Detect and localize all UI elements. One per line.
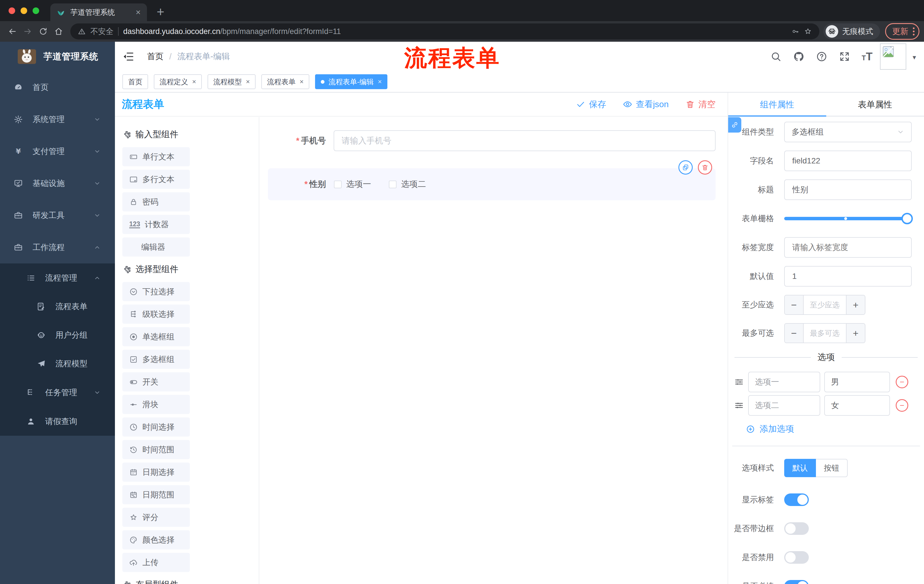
sidebar-item-流程管理[interactable]: 流程管理 xyxy=(0,263,115,292)
tags-view-tab-流程定义[interactable]: 流程定义× xyxy=(154,74,202,89)
fullscreen-icon[interactable] xyxy=(839,51,850,62)
sidebar-item-首页[interactable]: 首页 xyxy=(0,71,115,104)
sidebar-item-流程模型[interactable]: 流程模型 xyxy=(0,349,115,378)
stepper-decrease-button[interactable]: − xyxy=(785,324,804,342)
field-name-input[interactable] xyxy=(784,151,912,171)
component-item-上传[interactable]: 上传 xyxy=(122,553,190,572)
home-button[interactable] xyxy=(51,24,66,39)
drag-handle-icon[interactable] xyxy=(734,400,744,411)
sidebar-item-工作流程[interactable]: 工作流程 xyxy=(0,232,115,263)
stepper-decrease-button[interactable]: − xyxy=(785,295,804,314)
checkbox-option-1[interactable] xyxy=(334,181,342,188)
drag-handle-icon[interactable] xyxy=(734,377,744,387)
add-option-button[interactable]: 添加选项 xyxy=(746,423,924,435)
tab-component-props[interactable]: 组件属性 xyxy=(728,92,826,117)
toggle-switch-显示标签[interactable] xyxy=(784,494,809,506)
component-type-select[interactable]: 多选框组 xyxy=(784,122,912,142)
toggle-switch-是否带边框[interactable] xyxy=(784,522,809,535)
tab-close-icon[interactable]: × xyxy=(135,8,141,16)
avatar-caret-icon[interactable]: ▼ xyxy=(911,54,917,61)
remove-option-button[interactable] xyxy=(896,376,908,388)
link-tag-button[interactable] xyxy=(728,117,741,133)
label-width-input[interactable] xyxy=(784,237,912,258)
component-item-评分[interactable]: 评分 xyxy=(122,508,190,527)
forward-button[interactable] xyxy=(20,24,35,39)
style-button-button[interactable]: 按钮 xyxy=(816,459,848,477)
title-input[interactable] xyxy=(784,179,912,200)
back-button[interactable] xyxy=(5,24,20,39)
breadcrumb-home[interactable]: 首页 xyxy=(147,51,163,62)
sidebar-item-研发工具[interactable]: 研发工具 xyxy=(0,199,115,232)
sidebar-item-流程表单[interactable]: 流程表单 xyxy=(0,292,115,321)
sidebar-item-基础设施[interactable]: 基础设施 xyxy=(0,168,115,199)
stepper-increase-button[interactable]: + xyxy=(846,324,865,342)
reload-button[interactable] xyxy=(35,24,51,39)
option-value-input[interactable] xyxy=(824,395,890,416)
sidebar-item-用户分组[interactable]: 用户分组 xyxy=(0,321,115,349)
avatar[interactable] xyxy=(880,43,906,70)
component-item-下拉选择[interactable]: 下拉选择 xyxy=(122,282,190,301)
sidebar-item-任务管理[interactable]: 任务管理 xyxy=(0,378,115,407)
component-item-时间选择[interactable]: 时间选择 xyxy=(122,418,190,437)
password-key-icon[interactable] xyxy=(791,28,799,35)
tags-view-tab-首页[interactable]: 首页 xyxy=(122,74,148,89)
default-value-input[interactable] xyxy=(784,266,912,286)
browser-tab[interactable]: 芋道管理系统 × xyxy=(50,3,147,21)
component-item-单行文本[interactable]: 单行文本 xyxy=(122,147,190,166)
component-item-密码[interactable]: 密码 xyxy=(122,192,190,211)
close-window-button[interactable] xyxy=(8,7,15,14)
sidebar-item-请假查询[interactable]: 请假查询 xyxy=(0,407,115,436)
new-tab-button[interactable]: + xyxy=(157,4,164,20)
canvas-field-phone[interactable]: *手机号 请输入手机号 xyxy=(260,130,716,151)
sidebar-logo[interactable]: 芋道管理系统 xyxy=(0,42,115,71)
tab-form-props[interactable]: 表单属性 xyxy=(826,92,924,117)
sidebar-item-系统管理[interactable]: 系统管理 xyxy=(0,104,115,135)
option-value-input[interactable] xyxy=(824,372,890,392)
view-json-button[interactable]: 查看json xyxy=(623,99,669,110)
slider-handle[interactable] xyxy=(901,213,913,224)
toggle-switch-是否禁用[interactable] xyxy=(784,551,809,564)
minimize-window-button[interactable] xyxy=(21,7,27,14)
component-item-计数器[interactable]: 123计数器 xyxy=(122,215,190,234)
phone-input[interactable]: 请输入手机号 xyxy=(333,130,716,151)
sidebar-collapse-icon[interactable] xyxy=(122,51,134,63)
tab-close-icon[interactable]: × xyxy=(300,78,304,86)
copy-component-button[interactable] xyxy=(678,160,693,174)
component-item-颜色选择[interactable]: 颜色选择 xyxy=(122,530,190,549)
stepper-value[interactable]: 至少应选 xyxy=(804,295,846,314)
component-item-开关[interactable]: 开关 xyxy=(122,372,190,392)
tab-close-icon[interactable]: × xyxy=(378,78,382,86)
component-item-日期范围[interactable]: 日期范围 xyxy=(122,485,190,504)
component-item-单选框组[interactable]: 单选框组 xyxy=(122,327,190,346)
github-icon[interactable] xyxy=(793,51,805,62)
tags-view-tab-流程表单-编辑[interactable]: 流程表单-编辑× xyxy=(315,74,388,89)
component-item-编辑器[interactable]: 编辑器 xyxy=(122,237,190,257)
tab-close-icon[interactable]: × xyxy=(192,78,196,86)
option-name-input[interactable] xyxy=(748,395,820,416)
component-item-日期选择[interactable]: 日期选择 xyxy=(122,462,190,482)
zoom-window-button[interactable] xyxy=(33,7,39,14)
component-item-时间范围[interactable]: 时间范围 xyxy=(122,440,190,459)
canvas-field-gender-selected[interactable]: *性别 选项一 选项二 xyxy=(268,168,716,200)
component-item-多选框组[interactable]: 多选框组 xyxy=(122,350,190,369)
sidebar-item-支付管理[interactable]: ¥ 支付管理 xyxy=(0,135,115,168)
help-icon[interactable] xyxy=(816,51,827,62)
search-icon[interactable] xyxy=(770,51,782,62)
browser-menu-icon[interactable] xyxy=(913,28,914,35)
stepper-increase-button[interactable]: + xyxy=(846,295,865,314)
tags-view-tab-流程表单[interactable]: 流程表单× xyxy=(261,74,309,89)
tab-close-icon[interactable]: × xyxy=(246,78,250,86)
delete-component-button[interactable] xyxy=(698,160,712,174)
option-name-input[interactable] xyxy=(748,372,820,392)
component-item-滑块[interactable]: 滑块 xyxy=(122,395,190,414)
style-default-button[interactable]: 默认 xyxy=(784,459,816,477)
browser-update-button[interactable]: 更新 xyxy=(885,23,919,40)
checkbox-option-2[interactable] xyxy=(389,181,396,188)
stepper-value[interactable]: 最多可选 xyxy=(804,324,846,342)
save-button[interactable]: 保存 xyxy=(576,99,606,110)
security-label[interactable]: 不安全 xyxy=(90,26,114,36)
bookmark-star-icon[interactable] xyxy=(804,28,812,35)
toggle-switch-是否必填[interactable] xyxy=(784,580,809,584)
url-bar[interactable]: 不安全 dashboard.yudao.iocoder.cn/bpm/manag… xyxy=(70,23,819,39)
clear-button[interactable]: 清空 xyxy=(685,99,716,110)
